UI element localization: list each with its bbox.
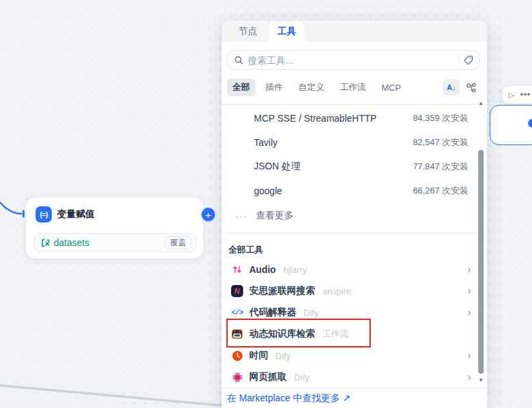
panel-footer: 在 Marketplace 中查找更多 ↗ — [222, 388, 487, 408]
install-count: 66,267 次安装 — [413, 185, 468, 197]
node-header: {=} 变量赋值 — [26, 198, 203, 222]
tree-view-icon[interactable] — [462, 79, 480, 95]
marketplace-row[interactable]: MCP SSE / StreamableHTTP 84,359 次安装 — [222, 106, 487, 130]
filter-custom[interactable]: 自定义 — [293, 79, 330, 96]
tool-provider: hjlarry — [283, 265, 307, 275]
view-more-button[interactable]: ··· 查看更多 — [222, 206, 487, 226]
node-title: 变量赋值 — [57, 208, 95, 220]
tool-name: 代码解释器 — [249, 307, 296, 319]
filter-all[interactable]: 全部 — [227, 79, 255, 96]
tool-row-code-interpreter[interactable]: </> 代码解释器 Dify › — [222, 302, 487, 323]
anspire-icon: N — [231, 285, 243, 297]
install-count: 84,359 次安装 — [413, 112, 468, 124]
plugin-name: google — [254, 186, 413, 196]
install-count: 77,847 次安装 — [413, 161, 468, 173]
variable-assigner-icon: {=} — [36, 206, 52, 222]
edge-incoming-blue — [0, 198, 27, 219]
all-tools-header: 全部工具 — [228, 244, 487, 256]
clock-icon — [231, 350, 243, 362]
ellipsis-icon: ··· — [235, 211, 248, 221]
plugin-name: JSON 处理 — [254, 161, 413, 173]
robot-icon — [231, 328, 243, 340]
tab-nodes[interactable]: 节点 — [230, 22, 266, 42]
chevron-right-icon: › — [468, 307, 471, 318]
marketplace-row[interactable]: Tavily 82,547 次安装 — [222, 130, 487, 155]
tool-provider: Dify — [304, 308, 318, 318]
chevron-right-icon: › — [468, 350, 471, 361]
tool-row-anspire[interactable]: N 安思派联网搜索 anspire › — [222, 280, 487, 302]
audio-icon — [231, 263, 243, 276]
variable-row[interactable]: datasets 覆盖 — [34, 233, 196, 252]
scroll-up-icon[interactable]: ▲ — [477, 99, 485, 108]
tools-list[interactable]: MCP SSE / StreamableHTTP 84,359 次安装 Tavi… — [222, 105, 487, 388]
chevron-right-icon: › — [468, 264, 471, 275]
tool-name: 网页抓取 — [249, 371, 287, 383]
filter-bar: 全部 插件 自定义 工作流 MCP A↓ — [227, 79, 480, 96]
tool-provider: anspire — [322, 286, 351, 296]
tool-name: 时间 — [249, 350, 268, 362]
selected-node-partial[interactable] — [490, 105, 532, 145]
overwrite-badge: 覆盖 — [165, 236, 191, 249]
tool-provider: Dify — [275, 351, 290, 361]
tool-name: 动态知识库检索 — [249, 328, 315, 340]
node-mini-toolbar: ▷ ••• — [502, 86, 532, 104]
panel-tab-bar: 节点 工具 — [222, 20, 487, 42]
marketplace-link[interactable]: 在 Marketplace 中查找更多 ↗ — [227, 393, 351, 405]
spider-icon — [231, 371, 243, 383]
scrollbar-thumb[interactable] — [478, 150, 484, 374]
divider — [227, 233, 482, 233]
tools-panel: 节点 工具 全部 插件 自定义 工作流 MCP A↓ — [222, 20, 487, 408]
code-icon: </> — [231, 307, 243, 319]
plugin-name: MCP SSE / StreamableHTTP — [254, 113, 413, 124]
tool-provider: Dify — [294, 372, 309, 382]
edge-gray — [0, 380, 225, 408]
tool-row-time[interactable]: 时间 Dify › — [222, 345, 487, 366]
tool-row-web-scraper[interactable]: 网页抓取 Dify › — [222, 366, 487, 388]
filter-plugins[interactable]: 插件 — [260, 79, 288, 96]
play-icon[interactable]: ▷ — [508, 91, 514, 99]
view-more-label: 查看更多 — [256, 210, 294, 222]
tool-name: 安思派联网搜索 — [249, 285, 315, 297]
install-count: 82,547 次安装 — [413, 136, 468, 149]
filter-mcp[interactable]: MCP — [376, 80, 406, 95]
marketplace-row[interactable]: JSON 处理 77,847 次安装 — [222, 155, 487, 179]
tool-row-audio[interactable]: Audio hjlarry › — [222, 259, 487, 280]
tool-search-box[interactable] — [227, 50, 480, 70]
search-divider — [459, 56, 459, 65]
add-node-button[interactable]: + — [202, 208, 215, 221]
search-icon — [234, 55, 244, 65]
variable-assigner-node[interactable]: {=} 变量赋值 + datasets 覆盖 — [26, 197, 204, 259]
variable-icon — [40, 238, 50, 248]
filter-workflow[interactable]: 工作流 — [335, 79, 371, 96]
scroll-down-icon[interactable]: ▼ — [477, 376, 485, 384]
variable-name: datasets — [54, 237, 161, 248]
tool-provider: 工作流 — [322, 328, 349, 340]
scrollbar[interactable]: ▲ ▼ — [477, 99, 485, 384]
marketplace-row[interactable]: google 66,267 次安装 — [222, 179, 487, 203]
tab-tools[interactable]: 工具 — [269, 22, 305, 42]
tool-name: Audio — [249, 264, 276, 275]
tool-row-dynamic-knowledge-retrieval[interactable]: 动态知识库检索 工作流 — [222, 323, 487, 345]
tag-icon[interactable] — [463, 55, 474, 65]
chevron-right-icon: › — [468, 286, 471, 296]
node-connector-handle[interactable] — [528, 119, 532, 128]
more-options-icon[interactable]: ••• — [520, 90, 531, 99]
plugin-name: Tavily — [254, 137, 413, 148]
chevron-right-icon: › — [468, 372, 471, 382]
sort-icon[interactable]: A↓ — [443, 79, 460, 95]
search-input[interactable] — [248, 55, 455, 66]
